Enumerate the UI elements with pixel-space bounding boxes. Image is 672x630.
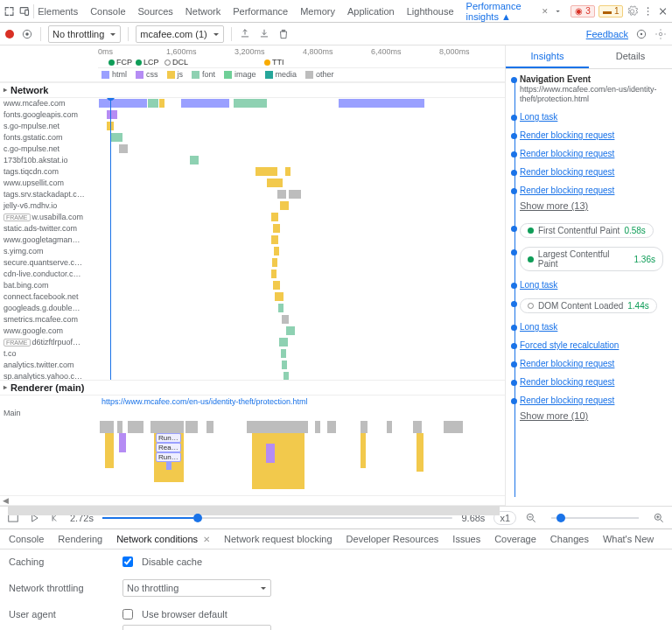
network-row[interactable]: FRAMEd6tizftlrpuof… [0,337,505,348]
insight-show-more[interactable]: Show more (10) [520,410,663,421]
network-row[interactable]: www.google.com [0,326,505,337]
drawer-tab-network-conditions[interactable]: Network conditions [116,534,198,544]
task-label[interactable]: Rea… [156,443,181,452]
section-renderer[interactable]: Renderer (main) [0,380,505,396]
network-row[interactable]: www.mcafee.com [0,98,505,109]
reset-view-icon[interactable] [635,28,648,40]
zoom-in-icon[interactable] [653,512,665,524]
network-row[interactable]: sp.analytics.yahoo.c… [0,371,505,380]
close-drawer-tab-icon[interactable]: ✕ [203,535,210,544]
insight-metric[interactable]: DOM Content Loaded 1.44s [520,298,663,313]
insight-show-more[interactable]: Show more (13) [520,200,663,211]
inspect-icon[interactable] [4,5,15,18]
network-row[interactable]: tags.tiqcdn.com [0,166,505,178]
drawer-tab-issues[interactable]: Issues [452,534,480,544]
close-tab-icon[interactable]: ✕ [542,7,549,16]
insight-link[interactable]: Render blocking request [520,396,663,405]
insight-link[interactable]: Forced style recalculation [520,340,663,350]
insight-metric[interactable]: First Contentful Paint 0.58s [520,223,663,238]
kebab-icon[interactable] [642,5,654,18]
svg-point-3 [647,10,648,12]
network-row[interactable]: smetrics.mcafee.com [0,314,505,326]
network-row[interactable]: bat.bing.com [0,280,505,291]
zoom-slider[interactable] [551,517,639,519]
tab-memory[interactable]: Memory [300,3,335,20]
network-row[interactable]: 173bf10b.akstat.io [0,155,505,166]
insight-link[interactable]: Render blocking request [520,149,663,158]
more-tabs-icon[interactable] [552,5,564,18]
ua-default-checkbox[interactable] [122,609,133,620]
stop-record-icon[interactable] [21,28,33,40]
section-network[interactable]: Network [0,82,505,98]
drawer-tab-rendering[interactable]: Rendering [58,534,102,544]
throttling-select[interactable]: No throttling [48,25,121,43]
network-row[interactable]: fonts.gstatic.com [0,132,505,144]
drawer-tab-what-s-new[interactable]: What's New [603,534,654,544]
tab-application[interactable]: Application [347,3,395,20]
network-row[interactable]: www.googletagman… [0,234,505,246]
record-button[interactable] [5,30,14,38]
warning-badge[interactable]: ▬ 1 [598,5,624,18]
tab-performance[interactable]: Performance [233,3,288,20]
insight-link[interactable]: Render blocking request [520,359,663,368]
time-ruler[interactable]: 0ms1,600ms3,200ms4,800ms6,400ms8,000msFC… [0,46,505,68]
drawer-tab-coverage[interactable]: Coverage [494,534,536,544]
right-tab-insights[interactable]: Insights [506,46,589,68]
ua-select[interactable]: Googlebot Smartphone [122,625,271,630]
throttling-menu[interactable]: No throttling [122,579,271,597]
insight-link[interactable]: Render blocking request [520,130,663,140]
network-row[interactable]: cdn-live.conductor.c… [0,269,505,280]
insight-link[interactable]: Long task [520,322,663,332]
tab-sources[interactable]: Sources [138,3,173,20]
tab-console[interactable]: Console [90,3,125,20]
drawer-tab-developer-resources[interactable]: Developer Resources [346,534,439,544]
network-row[interactable]: s.yimg.com [0,246,505,257]
close-panel-icon[interactable] [657,5,668,18]
tab-lighthouse[interactable]: Lighthouse [407,3,454,20]
device-icon[interactable] [18,5,30,18]
network-row[interactable]: jelly-v6.mdhv.io [0,200,505,212]
task-label[interactable]: Run… [156,433,181,443]
overview-strip[interactable]: ◀ [0,495,505,506]
import-icon[interactable] [258,28,270,40]
insight-link[interactable]: Render blocking request [520,377,663,387]
tab-network[interactable]: Network [186,3,220,20]
disable-cache-checkbox[interactable] [122,556,133,567]
tab-elements[interactable]: Elements [38,3,78,20]
context-select[interactable]: mcafee.com (1) [136,25,223,43]
insight-link[interactable]: Render blocking request [520,186,663,195]
network-row[interactable]: c.go-mpulse.net [0,144,505,155]
insight-link[interactable]: Render blocking request [520,167,663,177]
main-thread-lane[interactable]: Run…Rea…Run… [98,419,505,495]
network-row[interactable]: s.go-mpulse.net [0,121,505,132]
insight-link[interactable]: Long task [520,112,663,122]
insight-metric[interactable]: Largest Contentful Paint 1.36s [520,247,663,271]
network-row[interactable]: secure.quantserve.c… [0,257,505,269]
insight-link[interactable]: Long task [520,280,663,290]
export-icon[interactable] [239,28,251,40]
insights-tabs: InsightsDetails [506,46,672,69]
playhead[interactable] [110,98,111,380]
right-tab-details[interactable]: Details [589,46,672,68]
network-row[interactable]: googleads.g.double… [0,303,505,314]
error-badge[interactable]: ◉ 3 [570,5,595,18]
network-row[interactable]: static.ads-twitter.com [0,223,505,234]
tab-performance-insights-[interactable]: Performance insights ▲ [466,0,537,25]
delete-icon[interactable] [277,28,290,40]
network-row[interactable]: analytics.twitter.com [0,360,505,371]
network-row[interactable]: FRAMEw.usabilla.com [0,212,505,223]
network-row[interactable]: tags.srv.stackadapt.c… [0,189,505,200]
feedback-link[interactable]: Feedback [586,29,628,39]
network-row[interactable]: www.upsellit.com [0,178,505,189]
network-row[interactable]: connect.facebook.net [0,291,505,303]
settings-icon[interactable] [626,5,638,18]
panel-settings-icon[interactable] [654,28,667,40]
drawer-tab-changes[interactable]: Changes [550,534,589,544]
zoom-out-icon[interactable] [525,512,537,524]
time-slider[interactable] [102,517,453,519]
network-row[interactable]: fonts.googleapis.com [0,109,505,121]
task-label[interactable]: Run… [156,452,181,462]
network-row[interactable]: t.co [0,348,505,360]
drawer-tab-network-request-blocking[interactable]: Network request blocking [224,534,332,544]
drawer-tab-console[interactable]: Console [9,534,44,544]
